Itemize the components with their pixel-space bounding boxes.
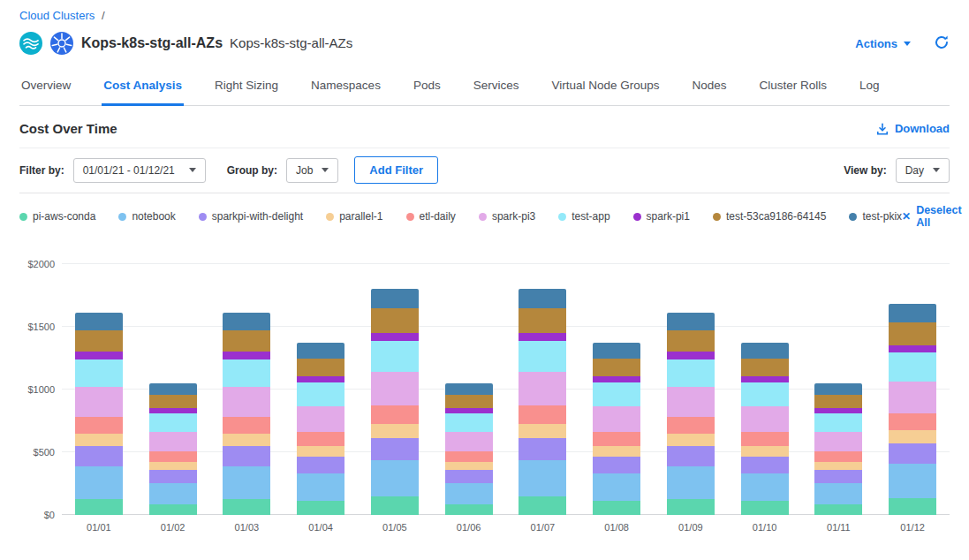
bar-segment-etl-daily[interactable] (889, 413, 936, 430)
tab-log[interactable]: Log (858, 70, 882, 106)
bar-segment-notebook[interactable] (149, 483, 197, 504)
bar-01-02[interactable] (149, 383, 197, 515)
bar-segment-sparkpi-with-delight[interactable] (75, 446, 123, 466)
group-by-select[interactable]: Job (286, 158, 338, 183)
bar-segment-test-pkix[interactable] (445, 383, 493, 395)
bar-segment-parallel-1[interactable] (445, 462, 493, 470)
bar-01-04[interactable] (297, 343, 344, 515)
bar-01-10[interactable] (741, 343, 789, 515)
bar-segment-sparkpi-with-delight[interactable] (445, 470, 493, 483)
bar-segment-parallel-1[interactable] (519, 424, 566, 438)
bar-segment-notebook[interactable] (741, 473, 789, 501)
bar-segment-parallel-1[interactable] (371, 424, 419, 438)
bar-segment-etl-daily[interactable] (371, 405, 419, 424)
legend-item-spark-pi1[interactable]: spark-pi1 (633, 210, 690, 223)
bar-segment-spark-pi1[interactable] (75, 352, 123, 359)
legend-item-test-53ca9186-64145[interactable]: test-53ca9186-64145 (713, 210, 826, 223)
bar-segment-test-53ca9186-64145[interactable] (667, 330, 715, 352)
bar-segment-etl-daily[interactable] (297, 432, 344, 446)
bar-segment-parallel-1[interactable] (297, 446, 344, 457)
legend-item-sparkpi-with-delight[interactable]: sparkpi-with-delight (199, 210, 303, 223)
tab-overview[interactable]: Overview (19, 70, 72, 106)
bar-segment-sparkpi-with-delight[interactable] (889, 443, 936, 464)
actions-button[interactable]: Actions (855, 37, 911, 50)
bar-segment-test-53ca9186-64145[interactable] (445, 395, 493, 409)
bar-segment-test-pkix[interactable] (149, 383, 197, 395)
bar-segment-etl-daily[interactable] (445, 451, 493, 462)
tab-pods[interactable]: Pods (412, 70, 443, 106)
bar-segment-test-pkix[interactable] (223, 313, 270, 330)
bar-segment-etl-daily[interactable] (223, 417, 270, 433)
bar-segment-etl-daily[interactable] (75, 417, 123, 433)
bar-segment-spark-pi3[interactable] (149, 432, 197, 451)
bar-segment-pi-aws-conda[interactable] (667, 499, 715, 515)
tab-cluster-rolls[interactable]: Cluster Rolls (758, 70, 829, 106)
bar-01-11[interactable] (814, 383, 862, 515)
bar-segment-test-pkix[interactable] (75, 313, 123, 330)
bar-segment-spark-pi1[interactable] (593, 376, 640, 382)
bar-segment-test-app[interactable] (519, 341, 566, 372)
bar-segment-etl-daily[interactable] (741, 432, 789, 446)
bar-segment-test-app[interactable] (149, 413, 197, 432)
tab-cost-analysis[interactable]: Cost Analysis (102, 70, 184, 106)
bar-segment-sparkpi-with-delight[interactable] (297, 457, 344, 473)
bar-segment-pi-aws-conda[interactable] (741, 501, 789, 515)
bar-segment-spark-pi3[interactable] (223, 387, 270, 417)
bar-segment-parallel-1[interactable] (75, 434, 123, 446)
bar-segment-parallel-1[interactable] (223, 434, 270, 446)
bar-segment-test-pkix[interactable] (593, 343, 640, 358)
bar-segment-spark-pi1[interactable] (223, 352, 270, 359)
download-button[interactable]: Download (876, 122, 950, 135)
bar-segment-test-pkix[interactable] (371, 289, 419, 308)
date-range-select[interactable]: 01/01/21 - 01/12/21 (73, 158, 206, 183)
bar-segment-test-pkix[interactable] (741, 343, 789, 358)
bar-segment-notebook[interactable] (814, 483, 862, 504)
bar-segment-spark-pi3[interactable] (519, 372, 566, 405)
bar-segment-test-53ca9186-64145[interactable] (75, 330, 123, 352)
bar-segment-parallel-1[interactable] (814, 462, 862, 470)
bar-segment-test-pkix[interactable] (667, 313, 715, 330)
deselect-all-button[interactable]: ✕ Deselect All (902, 204, 962, 229)
bar-segment-sparkpi-with-delight[interactable] (223, 446, 270, 466)
legend-item-spark-pi3[interactable]: spark-pi3 (479, 210, 535, 223)
bar-segment-spark-pi3[interactable] (667, 387, 715, 417)
bar-segment-pi-aws-conda[interactable] (371, 496, 419, 515)
bar-segment-test-53ca9186-64145[interactable] (519, 308, 566, 333)
bar-segment-spark-pi1[interactable] (519, 333, 566, 341)
bar-segment-spark-pi1[interactable] (889, 345, 936, 353)
bar-segment-spark-pi3[interactable] (593, 406, 640, 432)
view-by-select[interactable]: Day (896, 158, 950, 183)
bar-segment-etl-daily[interactable] (149, 451, 197, 462)
bar-segment-parallel-1[interactable] (667, 434, 715, 446)
bar-segment-test-53ca9186-64145[interactable] (297, 359, 344, 377)
bar-segment-test-app[interactable] (371, 341, 419, 372)
bar-segment-test-app[interactable] (667, 359, 715, 387)
tab-virtual-node-groups[interactable]: Virtual Node Groups (549, 70, 661, 106)
refresh-icon[interactable] (934, 34, 950, 53)
bar-segment-test-53ca9186-64145[interactable] (593, 359, 640, 377)
bar-segment-test-app[interactable] (593, 382, 640, 406)
legend-item-pi-aws-conda[interactable]: pi-aws-conda (19, 210, 95, 223)
bar-01-06[interactable] (445, 383, 493, 515)
bar-segment-spark-pi1[interactable] (371, 333, 419, 341)
bar-segment-sparkpi-with-delight[interactable] (814, 470, 862, 483)
bar-segment-notebook[interactable] (371, 460, 419, 496)
bar-segment-spark-pi3[interactable] (741, 406, 789, 432)
bar-segment-pi-aws-conda[interactable] (149, 504, 197, 515)
bar-segment-sparkpi-with-delight[interactable] (593, 457, 640, 473)
bar-segment-pi-aws-conda[interactable] (814, 504, 862, 515)
bar-segment-test-app[interactable] (889, 352, 936, 382)
bar-segment-test-app[interactable] (814, 413, 862, 432)
bar-segment-pi-aws-conda[interactable] (889, 498, 936, 515)
bar-01-03[interactable] (223, 313, 270, 515)
add-filter-button[interactable]: Add Filter (354, 156, 438, 184)
bar-segment-test-app[interactable] (297, 382, 344, 406)
bar-segment-parallel-1[interactable] (149, 462, 197, 470)
legend-item-parallel-1[interactable]: parallel-1 (326, 210, 382, 223)
bar-segment-notebook[interactable] (889, 464, 936, 497)
bar-01-01[interactable] (75, 313, 123, 515)
bar-segment-pi-aws-conda[interactable] (223, 499, 270, 515)
legend-item-notebook[interactable]: notebook (118, 210, 175, 223)
bar-segment-pi-aws-conda[interactable] (519, 496, 566, 515)
bar-segment-notebook[interactable] (223, 466, 270, 499)
